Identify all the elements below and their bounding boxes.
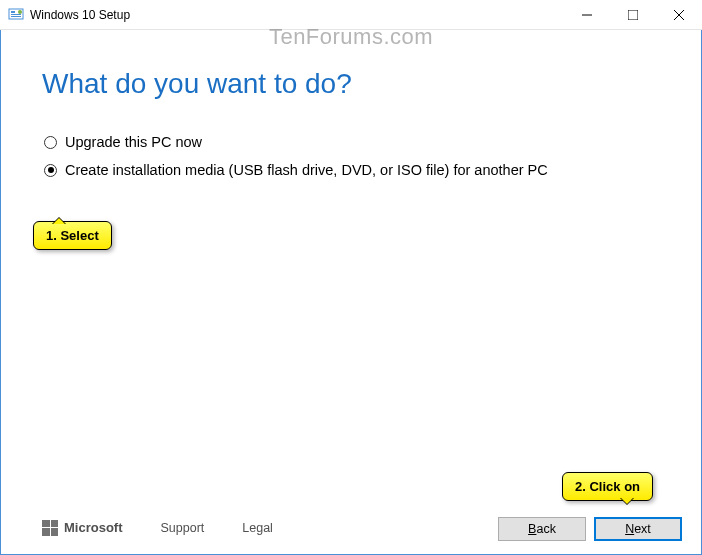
svg-rect-6 xyxy=(628,10,638,20)
radio-icon-checked xyxy=(44,164,57,177)
legal-link[interactable]: Legal xyxy=(242,521,273,535)
maximize-button[interactable] xyxy=(610,0,656,30)
titlebar: Windows 10 Setup xyxy=(0,0,702,30)
microsoft-logo-icon xyxy=(42,520,58,536)
support-link[interactable]: Support xyxy=(161,521,205,535)
svg-rect-1 xyxy=(11,11,15,13)
annotation-click: 2. Click on xyxy=(562,472,653,501)
radio-create-media[interactable]: Create installation media (USB flash dri… xyxy=(44,162,660,178)
close-button[interactable] xyxy=(656,0,702,30)
back-button[interactable]: Back xyxy=(498,517,586,541)
svg-rect-2 xyxy=(11,14,21,15)
radio-create-media-label: Create installation media (USB flash dri… xyxy=(65,162,548,178)
minimize-button[interactable] xyxy=(564,0,610,30)
setup-icon xyxy=(8,7,24,23)
window-title: Windows 10 Setup xyxy=(30,8,130,22)
microsoft-logo: Microsoft xyxy=(42,520,123,536)
radio-icon xyxy=(44,136,57,149)
next-button[interactable]: Next xyxy=(594,517,682,541)
svg-rect-3 xyxy=(11,16,21,17)
svg-point-4 xyxy=(18,10,22,14)
microsoft-logo-text: Microsoft xyxy=(64,520,123,535)
footer: Microsoft Support Legal Back Next xyxy=(0,500,702,555)
radio-upgrade-label: Upgrade this PC now xyxy=(65,134,202,150)
radio-upgrade[interactable]: Upgrade this PC now xyxy=(44,134,660,150)
annotation-select: 1. Select xyxy=(33,221,112,250)
